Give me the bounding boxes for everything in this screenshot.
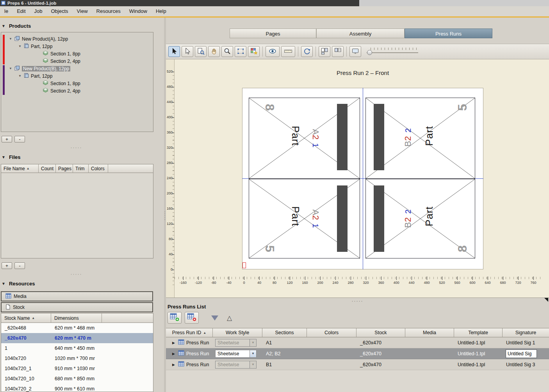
drag-dots[interactable]: ····· xyxy=(0,146,153,150)
files-col-filename[interactable]: File Name ▲ xyxy=(1,164,39,173)
tab-pages[interactable]: Pages xyxy=(230,29,316,38)
tree-item-product-b[interactable]: ▼ New Product(B), 12pp xyxy=(1,65,153,72)
menu-objects[interactable]: Objects xyxy=(47,6,73,16)
expander-triangle-icon[interactable]: ▶ xyxy=(172,352,176,356)
fit-window-button[interactable] xyxy=(349,46,361,57)
col-stock[interactable]: Stock xyxy=(356,328,405,337)
add-file-button[interactable]: + xyxy=(2,262,12,269)
tree-item-section-a1[interactable]: Section 1, 8pp xyxy=(1,50,153,57)
stock-row[interactable]: 1040x720_2 900 mm * 610 mm xyxy=(1,384,153,392)
remove-file-button[interactable]: - xyxy=(14,262,25,269)
col-colors[interactable]: Colors xyxy=(307,328,356,337)
page-top-left[interactable]: 8 Part A21 xyxy=(249,98,360,179)
col-work-style[interactable]: Work Style xyxy=(213,328,262,337)
stock-row-selected[interactable]: _620x470 620 mm * 470 m xyxy=(1,333,153,343)
colors-value xyxy=(307,359,356,370)
tab-press-runs[interactable]: Press Runs xyxy=(405,29,492,38)
press-run-row-2-selected[interactable]: ▶ Press Run Sheetwise ▼ A2; B2 _620x470 … xyxy=(166,348,549,359)
rotate-button[interactable] xyxy=(301,46,313,57)
files-section-header[interactable]: ▼ Files xyxy=(2,154,21,160)
tree-item-part-a[interactable]: ▼ Part, 12pp xyxy=(1,43,153,50)
tree-item-part-b[interactable]: ▼ Part, 12pp xyxy=(1,72,153,80)
files-col-colors[interactable]: Colors xyxy=(89,164,108,173)
panel-corner-handle[interactable] xyxy=(544,298,548,302)
press-run-row-1[interactable]: ▶ Press Run Sheetwise ▼ A1 _620x470 Unti… xyxy=(166,337,549,348)
menu-help[interactable]: Help xyxy=(152,6,171,16)
page-top-right[interactable]: B22 Part 5 xyxy=(365,98,475,179)
col-media[interactable]: Media xyxy=(405,328,454,337)
zoom-tool-button[interactable] xyxy=(221,46,233,57)
resources-section-header[interactable]: ▼ Resources xyxy=(2,280,35,287)
signature-edit-field[interactable]: Untitled Sig xyxy=(506,349,537,358)
press-runs-panel-splitter[interactable]: ····· xyxy=(166,298,549,302)
layout-right-icon xyxy=(334,47,342,56)
files-col-trim[interactable]: Trim xyxy=(73,164,89,173)
imposition-canvas[interactable]: Press Run 2 – Front 8 Part A21 B22 Part … xyxy=(166,59,549,298)
files-col-pages[interactable]: Pages xyxy=(56,164,73,173)
menu-job[interactable]: Job xyxy=(30,6,47,16)
work-style-dropdown[interactable]: Sheetwise ▼ xyxy=(215,350,257,358)
delete-press-run-button[interactable] xyxy=(185,312,199,324)
col-signature[interactable]: Signature xyxy=(503,328,549,337)
press-run-row-3[interactable]: ▶ Press Run Sheetwise ▼ B1 _620x470 Unti… xyxy=(166,359,549,370)
stock-row[interactable]: 1040x720 1020 mm * 700 mr xyxy=(1,353,153,363)
add-press-run-button[interactable] xyxy=(168,312,182,324)
col-sections[interactable]: Sections xyxy=(262,328,307,337)
page-number: 2 xyxy=(404,209,412,214)
zoom-slider-track[interactable] xyxy=(367,52,418,53)
direct-select-tool-button[interactable] xyxy=(182,46,193,57)
resource-item-media[interactable]: Media xyxy=(1,291,153,301)
page-bottom-left[interactable]: Part A21 5 xyxy=(249,179,360,258)
select-tool-button[interactable] xyxy=(168,46,180,57)
stock-col-dimensions[interactable]: Dimensions xyxy=(51,314,102,323)
expanded-triangle-icon[interactable]: ▼ xyxy=(9,67,12,70)
marquee-tool-button[interactable] xyxy=(235,46,246,57)
expander-triangle-icon[interactable]: ▶ xyxy=(172,341,176,345)
stock-row[interactable]: _620x468 620 mm * 468 mm xyxy=(1,323,153,333)
expanded-triangle-icon[interactable]: ▼ xyxy=(18,45,22,48)
zoom-slider[interactable] xyxy=(367,47,418,56)
expanded-triangle-icon[interactable]: ▼ xyxy=(9,37,12,41)
measure-tool-button[interactable] xyxy=(281,46,295,57)
zoom-page-tool-button[interactable] xyxy=(195,46,207,57)
h-ruler-label: 360 xyxy=(378,281,384,285)
col-press-run-id[interactable]: Press Run ID ▲ xyxy=(166,328,213,337)
remove-product-button[interactable]: - xyxy=(14,136,25,143)
drag-dots[interactable]: ····· xyxy=(0,273,153,276)
stock-row[interactable]: 1 640 mm * 450 mm xyxy=(1,343,153,353)
move-up-icon[interactable]: △ xyxy=(227,315,232,321)
products-section-header[interactable]: ▼ Products xyxy=(2,23,31,29)
zoom-slider-thumb[interactable] xyxy=(367,50,372,55)
tree-item-product-a[interactable]: ▼ New Product(A), 12pp xyxy=(1,35,153,43)
col-template[interactable]: Template xyxy=(454,328,503,337)
menu-view[interactable]: View xyxy=(73,6,92,16)
preview-button[interactable] xyxy=(266,46,280,57)
tree-item-section-b1[interactable]: Section 1, 8pp xyxy=(1,80,153,87)
tree-item-section-b2[interactable]: Section 2, 4pp xyxy=(1,87,153,94)
layout-right-button[interactable] xyxy=(332,46,344,57)
page-bottom-right[interactable]: B22 Part 8 xyxy=(365,179,475,258)
imposition-editor-button[interactable] xyxy=(248,46,260,57)
section-number: 2 xyxy=(311,135,321,139)
add-product-button[interactable]: + xyxy=(2,136,12,143)
layout-left-button[interactable] xyxy=(319,46,330,57)
expander-triangle-icon[interactable]: ▶ xyxy=(172,363,176,367)
stock-row[interactable]: 1040x720_10 680 mm * 850 mm xyxy=(1,374,153,384)
stock-row[interactable]: 1040x720_1 910 mm * 1030 mr xyxy=(1,363,153,374)
chevron-down-icon[interactable]: ▼ xyxy=(250,350,256,357)
title-bar[interactable]: Preps 6 - Untitled-1.job xyxy=(0,0,359,6)
menu-window[interactable]: Window xyxy=(125,6,152,16)
section-icon xyxy=(43,80,48,86)
resource-item-stock[interactable]: Stock xyxy=(1,302,153,312)
tab-assembly[interactable]: Assembly xyxy=(316,29,405,38)
zoom-icon xyxy=(223,47,231,56)
expanded-triangle-icon[interactable]: ▼ xyxy=(18,74,22,78)
menu-file[interactable]: le xyxy=(0,6,12,16)
menu-resources[interactable]: Resources xyxy=(92,6,125,16)
files-col-count[interactable]: Count xyxy=(39,164,56,173)
stock-col-name[interactable]: Stock Name ▲ xyxy=(1,314,51,323)
pan-tool-button[interactable] xyxy=(208,46,220,57)
tree-item-section-a2[interactable]: Section 2, 4pp xyxy=(1,57,153,65)
menu-edit[interactable]: Edit xyxy=(12,6,30,16)
move-down-icon[interactable] xyxy=(211,315,218,321)
